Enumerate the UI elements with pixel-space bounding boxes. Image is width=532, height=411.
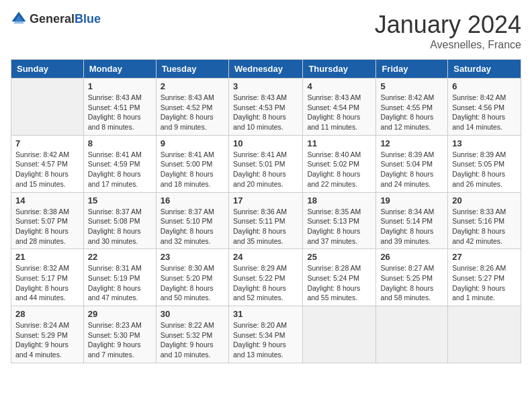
cell-content: Sunrise: 8:28 AMSunset: 5:24 PMDaylight:… [307,263,371,303]
day-number: 19 [380,195,443,205]
day-number: 2 [161,81,224,91]
calendar-cell: 26Sunrise: 8:27 AMSunset: 5:25 PMDayligh… [376,249,448,306]
cell-content: Sunrise: 8:26 AMSunset: 5:27 PMDaylight:… [452,263,517,303]
calendar-cell: 6Sunrise: 8:42 AMSunset: 4:56 PMDaylight… [448,79,521,136]
calendar-cell [11,79,84,136]
cell-content: Sunrise: 8:36 AMSunset: 5:11 PMDaylight:… [233,207,298,246]
day-number: 31 [233,309,298,319]
day-number: 15 [88,195,152,205]
day-number: 8 [88,138,152,148]
calendar-cell: 27Sunrise: 8:26 AMSunset: 5:27 PMDayligh… [448,249,521,306]
day-number: 10 [233,138,298,148]
calendar-cell: 25Sunrise: 8:28 AMSunset: 5:24 PMDayligh… [303,249,376,306]
day-number: 12 [380,138,443,148]
calendar-cell: 4Sunrise: 8:43 AMSunset: 4:54 PMDaylight… [303,79,376,136]
cell-content: Sunrise: 8:39 AMSunset: 5:05 PMDaylight:… [452,150,517,189]
cell-content: Sunrise: 8:22 AMSunset: 5:32 PMDaylight:… [161,320,224,360]
calendar-cell [448,306,521,363]
cell-content: Sunrise: 8:31 AMSunset: 5:19 PMDaylight:… [88,263,152,303]
calendar-cell: 10Sunrise: 8:41 AMSunset: 5:01 PMDayligh… [228,135,302,192]
cell-content: Sunrise: 8:37 AMSunset: 5:08 PMDaylight:… [88,207,152,246]
calendar-week-row: 7Sunrise: 8:42 AMSunset: 4:57 PMDaylight… [11,135,521,192]
day-number: 17 [233,195,298,205]
cell-content: Sunrise: 8:34 AMSunset: 5:14 PMDaylight:… [380,207,443,246]
calendar-week-row: 14Sunrise: 8:38 AMSunset: 5:07 PMDayligh… [11,192,521,249]
cell-content: Sunrise: 8:42 AMSunset: 4:56 PMDaylight:… [452,93,517,132]
day-number: 7 [15,138,79,148]
cell-content: Sunrise: 8:23 AMSunset: 5:30 PMDaylight:… [88,320,152,360]
header-day: Tuesday [156,60,228,79]
calendar-cell: 28Sunrise: 8:24 AMSunset: 5:29 PMDayligh… [11,306,84,363]
calendar-cell [376,306,448,363]
cell-content: Sunrise: 8:41 AMSunset: 5:00 PMDaylight:… [161,150,224,189]
location-subtitle: Avesnelles, France [375,39,521,51]
calendar-week-row: 1Sunrise: 8:43 AMSunset: 4:51 PMDaylight… [11,79,521,136]
calendar-cell: 21Sunrise: 8:32 AMSunset: 5:17 PMDayligh… [11,249,84,306]
cell-content: Sunrise: 8:32 AMSunset: 5:17 PMDaylight:… [15,263,79,303]
logo-blue: Blue [75,12,101,26]
calendar-cell: 2Sunrise: 8:43 AMSunset: 4:52 PMDaylight… [156,79,228,136]
month-title: January 2024 [375,11,521,39]
calendar-cell: 23Sunrise: 8:30 AMSunset: 5:20 PMDayligh… [156,249,228,306]
day-number: 28 [15,309,79,319]
day-number: 13 [452,138,517,148]
calendar-week-row: 21Sunrise: 8:32 AMSunset: 5:17 PMDayligh… [11,249,521,306]
calendar-cell: 11Sunrise: 8:40 AMSunset: 5:02 PMDayligh… [303,135,376,192]
day-number: 16 [161,195,224,205]
day-number: 20 [452,195,517,205]
logo-text: GeneralBlue [30,12,101,26]
day-number: 4 [307,81,371,91]
day-number: 9 [161,138,224,148]
cell-content: Sunrise: 8:20 AMSunset: 5:34 PMDaylight:… [233,320,298,360]
cell-content: Sunrise: 8:24 AMSunset: 5:29 PMDaylight:… [15,320,79,360]
calendar-cell: 5Sunrise: 8:42 AMSunset: 4:55 PMDaylight… [376,79,448,136]
day-number: 11 [307,138,371,148]
header-day: Saturday [448,60,521,79]
title-section: January 2024 Avesnelles, France [375,11,521,51]
calendar-cell: 14Sunrise: 8:38 AMSunset: 5:07 PMDayligh… [11,192,84,249]
calendar-cell: 19Sunrise: 8:34 AMSunset: 5:14 PMDayligh… [376,192,448,249]
calendar-week-row: 28Sunrise: 8:24 AMSunset: 5:29 PMDayligh… [11,306,521,363]
calendar-cell: 12Sunrise: 8:39 AMSunset: 5:04 PMDayligh… [376,135,448,192]
header-day: Wednesday [228,60,302,79]
cell-content: Sunrise: 8:30 AMSunset: 5:20 PMDaylight:… [161,263,224,303]
day-number: 3 [233,81,298,91]
cell-content: Sunrise: 8:42 AMSunset: 4:57 PMDaylight:… [15,150,79,189]
header-day: Thursday [303,60,376,79]
header-row: SundayMondayTuesdayWednesdayThursdayFrid… [11,60,521,79]
header-day: Friday [376,60,448,79]
header-day: Monday [83,60,156,79]
cell-content: Sunrise: 8:39 AMSunset: 5:04 PMDaylight:… [380,150,443,189]
day-number: 23 [161,252,224,262]
calendar-cell [303,306,376,363]
cell-content: Sunrise: 8:42 AMSunset: 4:55 PMDaylight:… [380,93,443,132]
cell-content: Sunrise: 8:41 AMSunset: 5:01 PMDaylight:… [233,150,298,189]
cell-content: Sunrise: 8:29 AMSunset: 5:22 PMDaylight:… [233,263,298,303]
cell-content: Sunrise: 8:43 AMSunset: 4:54 PMDaylight:… [307,93,371,132]
calendar-cell: 29Sunrise: 8:23 AMSunset: 5:30 PMDayligh… [83,306,156,363]
cell-content: Sunrise: 8:37 AMSunset: 5:10 PMDaylight:… [161,207,224,246]
calendar-table: SundayMondayTuesdayWednesdayThursdayFrid… [11,59,521,363]
logo-general: General [30,12,75,26]
calendar-cell: 9Sunrise: 8:41 AMSunset: 5:00 PMDaylight… [156,135,228,192]
calendar-cell: 22Sunrise: 8:31 AMSunset: 5:19 PMDayligh… [83,249,156,306]
calendar-cell: 7Sunrise: 8:42 AMSunset: 4:57 PMDaylight… [11,135,84,192]
calendar-cell: 30Sunrise: 8:22 AMSunset: 5:32 PMDayligh… [156,306,228,363]
day-number: 21 [15,252,79,262]
day-number: 18 [307,195,371,205]
day-number: 1 [88,81,152,91]
page-header: GeneralBlue January 2024 Avesnelles, Fra… [11,11,521,51]
calendar-cell: 16Sunrise: 8:37 AMSunset: 5:10 PMDayligh… [156,192,228,249]
day-number: 27 [452,252,517,262]
cell-content: Sunrise: 8:43 AMSunset: 4:51 PMDaylight:… [88,93,152,132]
calendar-cell: 13Sunrise: 8:39 AMSunset: 5:05 PMDayligh… [448,135,521,192]
cell-content: Sunrise: 8:38 AMSunset: 5:07 PMDaylight:… [15,207,79,246]
calendar-cell: 3Sunrise: 8:43 AMSunset: 4:53 PMDaylight… [228,79,302,136]
day-number: 30 [161,309,224,319]
day-number: 26 [380,252,443,262]
cell-content: Sunrise: 8:27 AMSunset: 5:25 PMDaylight:… [380,263,443,303]
cell-content: Sunrise: 8:33 AMSunset: 5:16 PMDaylight:… [452,207,517,246]
cell-content: Sunrise: 8:43 AMSunset: 4:53 PMDaylight:… [233,93,298,132]
calendar-cell: 20Sunrise: 8:33 AMSunset: 5:16 PMDayligh… [448,192,521,249]
day-number: 29 [88,309,152,319]
